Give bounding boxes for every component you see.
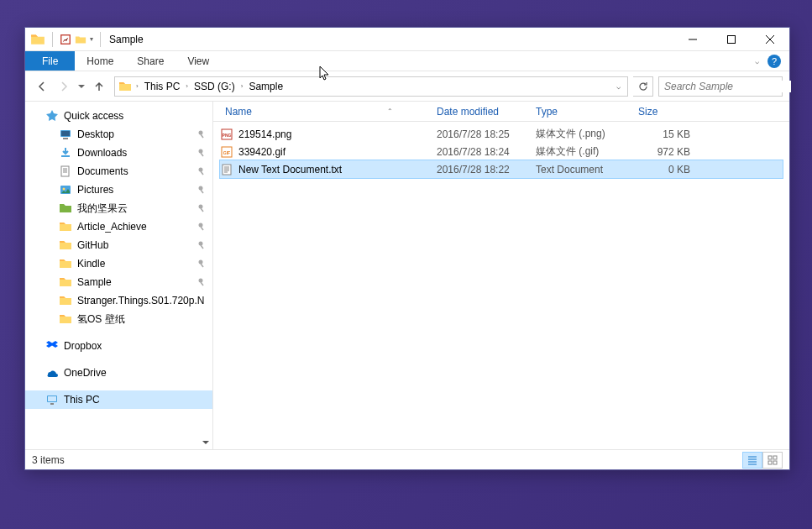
new-folder-icon[interactable]	[75, 34, 86, 45]
sidebar-item[interactable]: Downloads	[25, 144, 212, 162]
navigation-pane[interactable]: Quick access DesktopDownloadsDocumentsPi…	[25, 102, 213, 449]
svg-rect-0	[61, 34, 71, 44]
column-header-name[interactable]: Name⌃	[220, 106, 432, 118]
file-row[interactable]: GIF339420.gif2016/7/28 18:24媒体文件 (.gif)9…	[220, 143, 783, 160]
svg-text:PNG: PNG	[223, 133, 232, 138]
file-type: 媒体文件 (.png)	[536, 127, 638, 141]
search-input[interactable]	[664, 81, 791, 92]
png-file-icon: PNG	[220, 128, 233, 141]
breadcrumb-segment[interactable]: Sample	[245, 77, 286, 96]
help-icon[interactable]: ?	[767, 55, 781, 68]
file-explorer-window: ▾ Sample File Home Share View ⌵ ? › This…	[24, 27, 790, 470]
file-view: Name⌃ Date modified Type Size PNG219514.…	[213, 102, 789, 449]
dropbox-icon	[45, 339, 59, 353]
chevron-right-icon[interactable]: ›	[238, 82, 246, 90]
sidebar-item-label: 氢OS 壁纸	[77, 312, 125, 327]
folder-icon	[118, 80, 132, 93]
file-date: 2016/7/28 18:25	[437, 128, 536, 140]
ribbon: File Home Share View ⌵ ?	[25, 51, 789, 71]
sidebar-item-label: Pictures	[77, 184, 113, 196]
close-button[interactable]	[751, 28, 789, 51]
file-date: 2016/7/28 18:24	[437, 146, 536, 158]
ribbon-expand-icon[interactable]: ⌵	[755, 57, 759, 65]
column-header-date[interactable]: Date modified	[432, 106, 531, 118]
icons-view-button[interactable]	[762, 452, 783, 469]
sidebar-item[interactable]: GitHub	[25, 236, 212, 254]
folder-icon	[59, 275, 72, 289]
sidebar-onedrive[interactable]: OneDrive	[25, 364, 212, 382]
svg-point-17	[199, 260, 203, 264]
gif-file-icon: GIF	[220, 145, 233, 159]
sidebar-item-label: OneDrive	[64, 367, 107, 379]
sidebar-quick-access[interactable]: Quick access	[25, 107, 212, 125]
sidebar-item-label: GitHub	[77, 239, 108, 251]
sidebar-item[interactable]: Documents	[25, 162, 212, 181]
forward-button[interactable]	[54, 76, 74, 97]
ribbon-tab-share[interactable]: Share	[125, 51, 175, 71]
minimize-button[interactable]	[673, 28, 712, 51]
sidebar-item-label: 我的坚果云	[77, 202, 128, 216]
column-header-size[interactable]: Size	[633, 106, 692, 118]
file-row[interactable]: PNG219514.png2016/7/28 18:25媒体文件 (.png)1…	[220, 125, 783, 143]
pin-icon	[197, 241, 206, 249]
folder-icon	[59, 238, 72, 252]
sidebar-item[interactable]: Desktop	[25, 125, 212, 144]
svg-rect-7	[61, 155, 70, 157]
svg-rect-30	[773, 461, 777, 464]
search-box[interactable]	[658, 76, 783, 97]
file-list[interactable]: PNG219514.png2016/7/28 18:25媒体文件 (.png)1…	[213, 122, 789, 449]
sidebar-item[interactable]: Kindle	[25, 254, 212, 273]
file-name: 219514.png	[238, 128, 437, 140]
pin-icon	[197, 223, 206, 231]
qat-dropdown[interactable]: ▾	[90, 35, 93, 43]
refresh-button[interactable]	[633, 76, 653, 97]
sidebar-item[interactable]: 我的坚果云	[25, 199, 212, 217]
address-bar[interactable]: › This PC › SSD (G:) › Sample ⌵	[114, 76, 628, 97]
star-icon	[45, 109, 59, 123]
sidebar-this-pc[interactable]: This PC	[25, 390, 212, 409]
recent-dropdown[interactable]	[76, 76, 87, 97]
details-view-button[interactable]	[742, 452, 762, 469]
sidebar-dropbox[interactable]: Dropbox	[25, 337, 212, 355]
chevron-right-icon[interactable]: ›	[183, 82, 191, 90]
sidebar-item[interactable]: Stranger.Things.S01.720p.N	[25, 291, 212, 310]
ribbon-tab-view[interactable]: View	[175, 51, 221, 71]
breadcrumb-segment[interactable]: SSD (G:)	[191, 77, 238, 96]
documents-icon	[59, 165, 72, 178]
sidebar-item-label: This PC	[64, 394, 100, 406]
maximize-button[interactable]	[712, 28, 751, 51]
ribbon-tab-home[interactable]: Home	[75, 51, 125, 71]
address-dropdown[interactable]: ⌵	[611, 82, 626, 91]
column-headers: Name⌃ Date modified Type Size	[213, 102, 789, 122]
back-button[interactable]	[32, 76, 52, 97]
svg-point-14	[199, 205, 203, 209]
scroll-down-icon[interactable]	[201, 437, 211, 448]
file-type: 媒体文件 (.gif)	[536, 144, 638, 159]
file-name: 339420.gif	[238, 146, 437, 158]
svg-rect-26	[223, 165, 231, 175]
content-area: Quick access DesktopDownloadsDocumentsPi…	[25, 102, 789, 449]
sidebar-item[interactable]: 氢OS 壁纸	[25, 310, 212, 328]
chevron-right-icon[interactable]: ›	[134, 82, 141, 90]
up-button[interactable]	[89, 76, 109, 97]
sidebar-item-label: Documents	[77, 165, 128, 177]
sidebar-item[interactable]: Sample	[25, 273, 212, 291]
desktop-icon	[59, 128, 72, 141]
titlebar: ▾ Sample	[25, 28, 789, 51]
file-size: 15 KB	[638, 128, 690, 140]
sidebar-item[interactable]: Article_Achieve	[25, 217, 212, 236]
svg-rect-9	[61, 166, 69, 176]
svg-rect-21	[50, 403, 54, 405]
file-size: 0 KB	[638, 164, 690, 175]
column-header-type[interactable]: Type	[531, 106, 633, 118]
file-row[interactable]: New Text Document.txt2016/7/28 18:22Text…	[220, 160, 783, 178]
properties-icon[interactable]	[60, 34, 71, 45]
pictures-icon	[59, 183, 72, 196]
breadcrumb-segment[interactable]: This PC	[141, 77, 184, 96]
sidebar-item[interactable]: Pictures	[25, 181, 212, 199]
file-type: Text Document	[536, 164, 638, 175]
folder-icon	[59, 257, 72, 270]
ribbon-file-tab[interactable]: File	[25, 51, 75, 71]
onedrive-icon	[45, 366, 59, 380]
svg-rect-27	[768, 456, 772, 459]
